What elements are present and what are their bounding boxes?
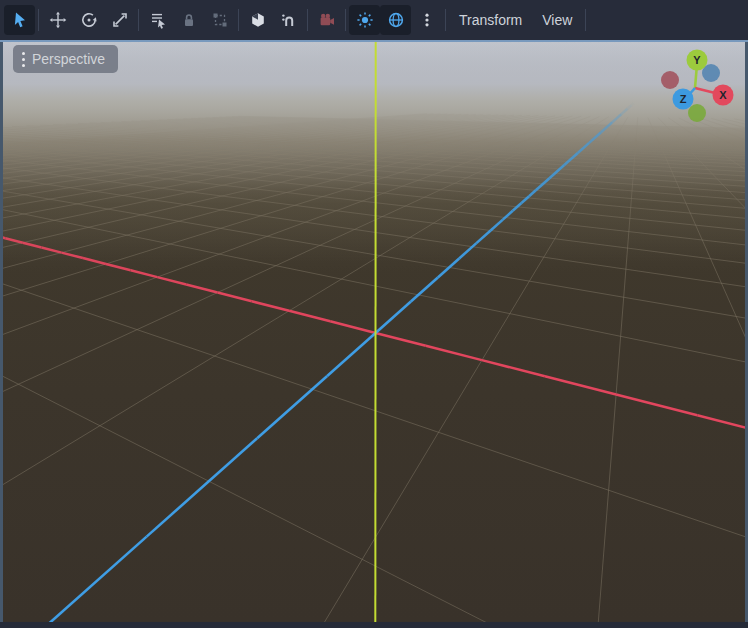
view-mode-button[interactable]: Perspective <box>13 45 118 73</box>
3d-viewport[interactable]: Perspective Y X Z <box>0 40 748 628</box>
sun-icon <box>356 11 374 29</box>
select-tool-button[interactable] <box>4 5 35 35</box>
viewport-border-left <box>0 42 3 622</box>
kebab-menu-icon <box>418 11 436 29</box>
gizmo-x-label: X <box>719 89 727 101</box>
local-space-cube-icon <box>249 11 267 29</box>
preview-camera-icon <box>318 11 336 29</box>
transform-menu[interactable]: Transform <box>449 5 532 35</box>
toolbar-separator <box>138 9 139 31</box>
environment-globe-icon <box>387 11 405 29</box>
list-select-icon <box>149 11 167 29</box>
snap-button[interactable] <box>273 5 304 35</box>
lock-button[interactable] <box>173 5 204 35</box>
toolbar-separator <box>238 9 239 31</box>
view-menu-label: View <box>542 12 572 28</box>
scale-tool-button[interactable] <box>104 5 135 35</box>
move-tool-button[interactable] <box>42 5 73 35</box>
preview-camera-button[interactable] <box>311 5 342 35</box>
view-menu[interactable]: View <box>532 5 582 35</box>
local-space-button[interactable] <box>242 5 273 35</box>
gizmo-y-ball[interactable]: Y <box>687 50 708 71</box>
viewport-options-button[interactable] <box>411 5 442 35</box>
group-icon <box>211 11 229 29</box>
toolbar-separator <box>307 9 308 31</box>
select-icon <box>11 11 29 29</box>
viewport-canvas[interactable]: Perspective Y X Z <box>3 42 745 622</box>
world-axes <box>3 42 745 622</box>
gizmo-z-label: Z <box>680 93 687 105</box>
gizmo-z-ball[interactable]: Z <box>673 89 694 110</box>
lock-icon <box>180 11 198 29</box>
environment-toggle-button[interactable] <box>380 5 411 35</box>
toolbar-separator <box>445 9 446 31</box>
group-button[interactable] <box>204 5 235 35</box>
toolbar-separator <box>345 9 346 31</box>
viewport-toolbar: Transform View <box>0 0 748 40</box>
rotate-tool-button[interactable] <box>73 5 104 35</box>
orientation-gizmo[interactable]: Y X Z <box>652 46 742 126</box>
snap-magnet-icon <box>280 11 298 29</box>
view-mode-label: Perspective <box>32 51 105 67</box>
scale-icon <box>111 11 129 29</box>
view-mode-kebab-icon <box>22 52 25 67</box>
toolbar-separator <box>38 9 39 31</box>
gizmo-x-ball[interactable]: X <box>713 85 734 106</box>
gizmo-neg-x-ball[interactable] <box>661 71 679 89</box>
transform-menu-label: Transform <box>459 12 522 28</box>
toolbar-separator <box>585 9 586 31</box>
move-icon <box>49 11 67 29</box>
gizmo-neg-y-ball[interactable] <box>688 104 706 122</box>
sun-toggle-button[interactable] <box>349 5 380 35</box>
gizmo-y-label: Y <box>693 54 701 66</box>
rotate-icon <box>80 11 98 29</box>
list-select-tool-button[interactable] <box>142 5 173 35</box>
